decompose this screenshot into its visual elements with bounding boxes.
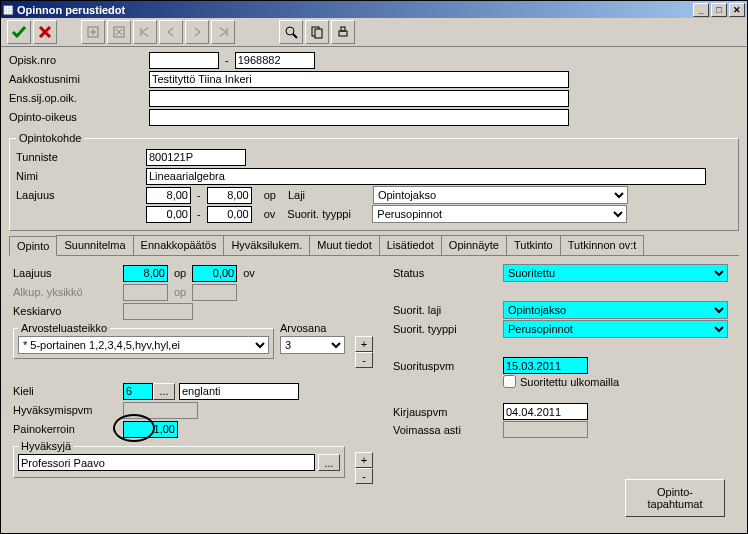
arvosana-minus-button[interactable]: - (355, 352, 373, 368)
asteikko-select[interactable]: * 5-portainen 1,2,3,4,5,hyv,hyl,ei (18, 336, 269, 354)
aakkostusnimi-input[interactable] (149, 71, 569, 88)
alkup-value (123, 284, 168, 301)
opintokohde-group: Opintokohde Tunniste Nimi Laajuus - op L… (9, 132, 739, 231)
ov-unit: ov (252, 208, 288, 220)
opinto-oikeus-input[interactable] (149, 109, 569, 126)
alkup-ov-value (192, 284, 237, 301)
suorit-laji-label: Suorit. laji (393, 304, 503, 316)
app-icon: ▦ (3, 3, 13, 16)
aakkostusnimi-label: Aakkostusnimi (9, 73, 149, 85)
ov-min-input[interactable] (146, 206, 191, 223)
painokerroin-label: Painokerroin (13, 423, 123, 435)
status-select[interactable]: Suoritettu (503, 264, 728, 282)
ov-unit2: ov (237, 267, 261, 279)
minimize-button[interactable]: _ (693, 3, 709, 17)
opisknro-label: Opisk.nro (9, 54, 149, 66)
hyvaksymispvm-label: Hyväksymispvm (13, 404, 123, 416)
kieli-browse-button[interactable]: ... (153, 383, 175, 400)
kieli-label: Kieli (13, 385, 123, 397)
keskiarvo-input (123, 303, 193, 320)
tab-tutkinto[interactable]: Tutkinto (506, 235, 561, 255)
search-icon[interactable] (279, 20, 303, 44)
copy-icon[interactable] (305, 20, 329, 44)
cancel-button[interactable] (33, 20, 57, 44)
voimassa-label: Voimassa asti (393, 424, 503, 436)
tab-tutkinnon-ovt[interactable]: Tutkinnon ov:t (560, 235, 645, 255)
nav-delete-icon[interactable] (107, 20, 131, 44)
tab-row: Opinto Suunnitelma Ennakkopäätös Hyväksi… (9, 235, 739, 256)
alkup-label: Alkup. yksikkö (13, 286, 123, 298)
op-unit2: op (168, 267, 192, 279)
enssij-input[interactable] (149, 90, 569, 107)
laji-select[interactable]: Opintojakso (373, 186, 628, 204)
tab-opinto[interactable]: Opinto (9, 236, 57, 256)
enssij-label: Ens.sij.op.oik. (9, 92, 149, 104)
tab-hyvaksilukem[interactable]: Hyväksilukem. (223, 235, 310, 255)
opintokohde-legend: Opintokohde (16, 132, 84, 144)
svg-point-10 (286, 27, 294, 35)
svg-rect-14 (339, 31, 347, 36)
suoritettu-ulkomailla-check[interactable]: Suoritettu ulkomailla (503, 375, 619, 388)
op-min-input[interactable] (146, 187, 191, 204)
dash-sep: - (219, 54, 235, 66)
titlebar: ▦ Opinnon perustiedot _ □ ✕ (1, 1, 747, 18)
suorit-tyyppi-label: Suorit. tyyppi (287, 208, 372, 220)
svg-rect-13 (315, 29, 322, 38)
hyvaksyja-plus-button[interactable]: + (355, 452, 373, 468)
suorit-tyyppi2-select[interactable]: Perusopinnot (503, 320, 728, 338)
kieli-name-input[interactable] (179, 383, 299, 400)
ulkomailla-checkbox[interactable] (503, 375, 516, 388)
main-window: ▦ Opinnon perustiedot _ □ ✕ Opisk.nro - (0, 0, 748, 534)
op-unit: op (252, 189, 288, 201)
hyvaksyja-minus-button[interactable]: - (355, 468, 373, 484)
hyvaksyja-browse-button[interactable]: ... (318, 454, 340, 471)
nav-next-icon[interactable] (185, 20, 209, 44)
laajuus-label: Laajuus (13, 267, 123, 279)
suorit-laji-select[interactable]: Opintojakso (503, 301, 728, 319)
hyvaksyja-legend: Hyväksyjä (18, 440, 74, 452)
close-button[interactable]: ✕ (729, 3, 745, 17)
maximize-button[interactable]: □ (711, 3, 727, 17)
op-max-input[interactable] (207, 187, 252, 204)
voimassa-input (503, 421, 588, 438)
print-icon[interactable] (331, 20, 355, 44)
kirjauspvm-input[interactable] (503, 403, 588, 420)
tab-suunnitelma[interactable]: Suunnitelma (56, 235, 133, 255)
arvosteluasteikko-legend: Arvosteluasteikko (18, 322, 110, 334)
tab-ennakkopaatos[interactable]: Ennakkopäätös (133, 235, 225, 255)
nav-first-icon[interactable] (133, 20, 157, 44)
laajuus-ov-input[interactable] (192, 265, 237, 282)
tab-muut-tiedot[interactable]: Muut tiedot (309, 235, 379, 255)
arvosana-select[interactable]: 3 (280, 336, 345, 354)
suorituspvm-input[interactable] (503, 357, 588, 374)
hyvaksyja-input[interactable] (18, 454, 315, 471)
opisknro-a-input[interactable] (149, 52, 219, 69)
opinto-oikeus-label: Opinto-oikeus (9, 111, 149, 123)
arvosana-plus-button[interactable]: + (355, 336, 373, 352)
tunniste-input[interactable] (146, 149, 246, 166)
keskiarvo-label: Keskiarvo (13, 305, 123, 317)
toolbar (1, 18, 747, 47)
laji-label: Laji (288, 189, 373, 201)
opisknro-b-input[interactable] (235, 52, 315, 69)
ok-laajuus-label: Laajuus (16, 189, 146, 201)
ulkomailla-label: Suoritettu ulkomailla (520, 376, 619, 388)
window-title: Opinnon perustiedot (13, 4, 691, 16)
tunniste-label: Tunniste (16, 151, 146, 163)
painokerroin-input[interactable] (123, 421, 178, 438)
suorit-tyyppi-select[interactable]: Perusopinnot (372, 205, 627, 223)
nimi-input[interactable] (146, 168, 706, 185)
tab-lisatiedot[interactable]: Lisätiedot (379, 235, 442, 255)
svg-line-11 (293, 34, 297, 38)
ov-max-input[interactable] (207, 206, 252, 223)
suorit-tyyppi2-label: Suorit. tyyppi (393, 323, 503, 335)
accept-button[interactable] (7, 20, 31, 44)
nav-prev-icon[interactable] (159, 20, 183, 44)
laajuus-op-input[interactable] (123, 265, 168, 282)
tab-opinnayte[interactable]: Opinnäyte (441, 235, 507, 255)
opinto-tapahtumat-button[interactable]: Opinto- tapahtumat (625, 479, 725, 517)
nav-last-icon[interactable] (211, 20, 235, 44)
alkup-unit: op (168, 286, 192, 298)
nav-add-icon[interactable] (81, 20, 105, 44)
kieli-code-input[interactable] (123, 383, 153, 400)
